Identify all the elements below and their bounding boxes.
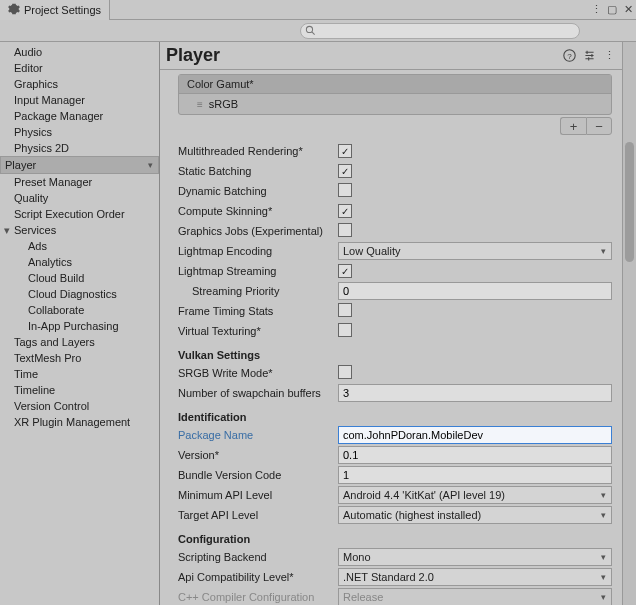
vulkan-heading: Vulkan Settings [178,349,612,361]
scrollbar-thumb[interactable] [625,142,634,262]
swapchain-buffers-input[interactable] [338,384,612,402]
sidebar-item-script-execution-order[interactable]: Script Execution Order [0,206,159,222]
help-icon[interactable]: ? [562,49,576,63]
drag-handle-icon[interactable]: ≡ [197,99,203,110]
sidebar-item-textmesh-pro[interactable]: TextMesh Pro [0,350,159,366]
sidebar-item-physics-2d[interactable]: Physics 2D [0,140,159,156]
dynamic-batching-checkbox[interactable] [338,183,352,197]
search-input[interactable] [300,23,580,39]
sidebar-item-xr-plugin-management[interactable]: XR Plugin Management [0,414,159,430]
window-close-icon[interactable]: ✕ [620,2,636,18]
sidebar-item-timeline[interactable]: Timeline [0,382,159,398]
version-input[interactable] [338,446,612,464]
sidebar-item-input-manager[interactable]: Input Manager [0,92,159,108]
caret-down-icon: ▾ [4,223,14,237]
scripting-backend-select[interactable]: Mono [338,548,612,566]
virtual-texturing-checkbox[interactable] [338,323,352,337]
api-compatibility-select[interactable]: .NET Standard 2.0 [338,568,612,586]
bundle-version-code-input[interactable] [338,466,612,484]
target-api-level-select[interactable]: Automatic (highest installed) [338,506,612,524]
streaming-priority-input[interactable] [338,282,612,300]
color-gamut-item[interactable]: ≡ sRGB [179,94,611,114]
color-gamut-header[interactable]: Color Gamut* [179,75,611,94]
sidebar-item-analytics[interactable]: Analytics [0,254,159,270]
sidebar-item-ads[interactable]: Ads [0,238,159,254]
search-icon [305,25,316,38]
compute-skinning-checkbox[interactable] [338,204,352,218]
remove-gamut-button[interactable]: − [586,117,612,135]
add-gamut-button[interactable]: + [560,117,586,135]
sidebar-item-preset-manager[interactable]: Preset Manager [0,174,159,190]
sidebar-item-in-app-purchasing[interactable]: In-App Purchasing [0,318,159,334]
sidebar-item-graphics[interactable]: Graphics [0,76,159,92]
gear-icon [8,3,20,17]
identification-heading: Identification [178,411,612,423]
sidebar-item-cloud-diagnostics[interactable]: Cloud Diagnostics [0,286,159,302]
svg-line-1 [312,31,315,34]
sidebar-item-physics[interactable]: Physics [0,124,159,140]
minimum-api-level-select[interactable]: Android 4.4 'KitKat' (API level 19) [338,486,612,504]
cpp-compiler-select: Release [338,588,612,605]
srgb-write-checkbox[interactable] [338,365,352,379]
settings-sidebar: AudioEditorGraphicsInput ManagerPackage … [0,42,160,605]
sidebar-item-collaborate[interactable]: Collaborate [0,302,159,318]
package-name-input[interactable] [338,426,612,444]
package-name-label[interactable]: Package Name [178,429,338,441]
sidebar-item-tags-and-layers[interactable]: Tags and Layers [0,334,159,350]
sidebar-item-time[interactable]: Time [0,366,159,382]
lightmap-streaming-checkbox[interactable] [338,264,352,278]
svg-text:?: ? [567,52,572,61]
sidebar-item-cloud-build[interactable]: Cloud Build [0,270,159,286]
sidebar-item-quality[interactable]: Quality [0,190,159,206]
window-title: Project Settings [24,4,101,16]
svg-point-0 [306,26,312,32]
static-batching-checkbox[interactable] [338,164,352,178]
color-gamut-list: Color Gamut* ≡ sRGB [178,74,612,115]
vertical-scrollbar[interactable] [622,42,636,605]
settings-menu-icon[interactable]: ⋮ [602,49,616,63]
tab-project-settings[interactable]: Project Settings [0,0,110,20]
page-title: Player [166,45,562,66]
frame-timing-checkbox[interactable] [338,303,352,317]
sidebar-item-player[interactable]: Player [0,156,159,174]
presets-icon[interactable] [582,49,596,63]
sidebar-item-editor[interactable]: Editor [0,60,159,76]
multithreaded-rendering-checkbox[interactable] [338,144,352,158]
window-menu-icon[interactable]: ⋮ [588,2,604,18]
sidebar-item-package-manager[interactable]: Package Manager [0,108,159,124]
sidebar-item-version-control[interactable]: Version Control [0,398,159,414]
sidebar-item-services[interactable]: ▾Services [0,222,159,238]
lightmap-encoding-select[interactable]: Low Quality [338,242,612,260]
sidebar-item-audio[interactable]: Audio [0,44,159,60]
window-maximize-icon[interactable]: ▢ [604,2,620,18]
configuration-heading: Configuration [178,533,612,545]
graphics-jobs-checkbox[interactable] [338,223,352,237]
